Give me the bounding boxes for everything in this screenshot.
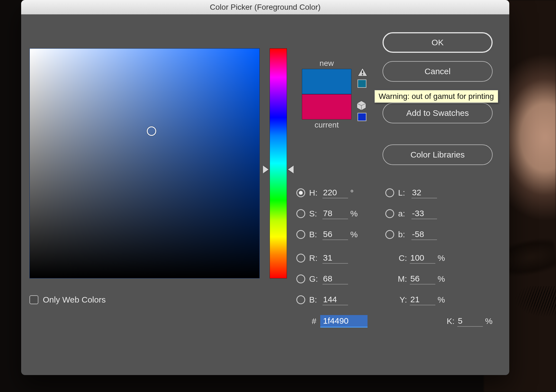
ok-button[interactable]: OK [383, 32, 493, 53]
input-y[interactable] [410, 294, 435, 305]
input-m[interactable] [410, 273, 435, 284]
gamut-correction-swatch[interactable] [358, 79, 366, 88]
unit-m: % [435, 274, 448, 284]
gamut-warning-icon[interactable] [358, 68, 368, 78]
hue-arrow-right-icon[interactable] [288, 166, 294, 173]
label-h: H: [305, 188, 322, 198]
dialog-titlebar[interactable]: Color Picker (Foreground Color) [21, 0, 509, 14]
add-to-swatches-button[interactable]: Add to Swatches [383, 103, 493, 123]
label-g: G: [305, 274, 322, 284]
hex-hash: # [305, 316, 320, 326]
input-r[interactable] [322, 253, 348, 264]
input-k[interactable] [457, 316, 483, 327]
label-y: Y: [394, 295, 410, 304]
unit-h: ° [348, 188, 360, 198]
current-color-label: current [302, 121, 351, 129]
label-bv: B: [305, 230, 322, 239]
sb-black-gradient [30, 49, 259, 278]
hue-arrow-left-icon[interactable] [263, 166, 269, 173]
label-s: S: [305, 209, 322, 218]
new-color-label: new [302, 59, 351, 68]
label-m: M: [394, 274, 410, 284]
saturation-brightness-field[interactable] [29, 48, 260, 278]
color-libraries-button[interactable]: Color Libraries [383, 144, 493, 165]
label-c: C: [394, 253, 410, 263]
radio-l[interactable] [385, 188, 394, 197]
value-fields: H: ° L: S: % a: [296, 182, 495, 331]
color-swatch-stack: new current [302, 59, 351, 131]
hue-slider[interactable] [270, 48, 287, 278]
input-bv[interactable] [322, 229, 348, 240]
radio-s[interactable] [296, 209, 305, 218]
input-l[interactable] [411, 187, 437, 198]
radio-bv[interactable] [296, 230, 305, 239]
label-bc: B: [305, 295, 322, 304]
label-b: b: [394, 230, 411, 239]
radio-g[interactable] [296, 274, 305, 283]
input-s[interactable] [322, 208, 348, 219]
unit-s: % [348, 209, 360, 218]
label-r: R: [305, 253, 322, 263]
background-photo-lashes [506, 286, 556, 319]
only-web-colors-label: Only Web Colors [43, 295, 106, 304]
svg-rect-1 [362, 71, 363, 73]
unit-bv: % [348, 230, 360, 239]
unit-y: % [435, 295, 448, 304]
dialog-title: Color Picker (Foreground Color) [210, 3, 321, 12]
input-hex[interactable] [320, 315, 368, 328]
only-web-colors-checkbox[interactable] [29, 295, 38, 304]
unit-c: % [435, 253, 448, 263]
current-color-swatch[interactable] [302, 94, 351, 119]
input-a[interactable] [411, 208, 437, 219]
gamut-warning-tooltip: Warning: out of gamut for printing [374, 90, 498, 103]
svg-rect-2 [362, 74, 363, 75]
dialog-body: new current Warning: out of gamu [21, 14, 509, 375]
cancel-button[interactable]: Cancel [383, 61, 493, 82]
new-color-swatch[interactable] [302, 69, 351, 94]
radio-b[interactable] [385, 230, 394, 239]
radio-bc[interactable] [296, 295, 305, 304]
unit-k: % [483, 316, 495, 326]
radio-r[interactable] [296, 254, 305, 263]
input-c[interactable] [410, 253, 435, 264]
input-bc[interactable] [322, 294, 348, 305]
input-g[interactable] [322, 273, 348, 284]
input-b[interactable] [411, 229, 437, 240]
label-l: L: [394, 188, 411, 198]
not-web-safe-icon[interactable] [356, 100, 367, 111]
web-safe-correction-swatch[interactable] [358, 113, 366, 121]
label-a: a: [394, 209, 411, 218]
only-web-colors-option[interactable]: Only Web Colors [29, 295, 106, 304]
sb-marker[interactable] [147, 126, 156, 136]
label-k: K: [442, 316, 457, 326]
input-h[interactable] [322, 187, 348, 198]
radio-a[interactable] [385, 209, 394, 218]
radio-h[interactable] [296, 188, 305, 197]
color-picker-dialog: Color Picker (Foreground Color) new curr… [21, 0, 509, 375]
